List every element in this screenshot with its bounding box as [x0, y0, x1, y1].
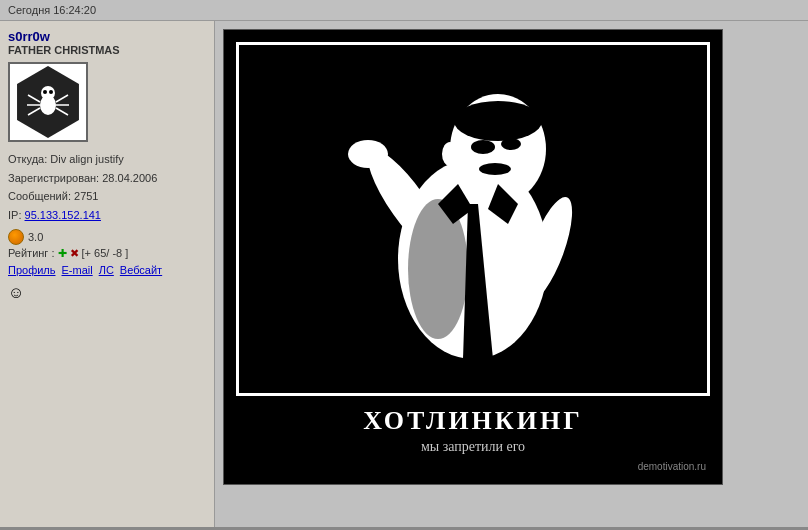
rating-label: Рейтинг : — [8, 247, 55, 259]
avatar-container — [8, 62, 88, 142]
watermark: demotivation.ru — [236, 459, 710, 472]
svg-point-16 — [471, 140, 495, 154]
emoji-row: ☺ — [8, 284, 206, 302]
svg-line-7 — [56, 95, 68, 102]
demotivator-text-block: ХОТЛИНКИНГ мы запретили его — [236, 396, 710, 459]
main-layout: s0rr0w FATHER CHRISTMAS — [0, 21, 808, 527]
rating-icon — [8, 229, 24, 245]
rating-row: 3.0 — [8, 229, 206, 245]
svg-line-6 — [28, 108, 40, 115]
svg-point-15 — [465, 105, 541, 133]
vote-counts: [+ 65/ -8 ] — [82, 247, 129, 259]
avatar-icon — [23, 77, 73, 127]
demotivator-image — [243, 49, 703, 389]
demotivator-title: ХОТЛИНКИНГ — [236, 406, 710, 436]
pm-link[interactable]: ЛС — [99, 264, 114, 276]
svg-point-17 — [501, 138, 521, 150]
demotivator-container: ХОТЛИНКИНГ мы запретили его demotivation… — [223, 29, 723, 485]
datetime: Сегодня 16:24:20 — [8, 4, 96, 16]
website-link[interactable]: Вебсайт — [120, 264, 162, 276]
svg-point-18 — [479, 163, 511, 175]
rating-value: 3.0 — [28, 231, 43, 243]
figure-svg — [243, 49, 703, 389]
plus-vote-icon: ✚ — [58, 247, 67, 260]
minus-vote-icon: ✖ — [70, 247, 79, 260]
top-bar: Сегодня 16:24:20 — [0, 0, 808, 21]
svg-point-14 — [442, 142, 458, 166]
ip-link[interactable]: 95.133.152.141 — [25, 209, 101, 221]
email-link[interactable]: E-mail — [62, 264, 93, 276]
rating-stars-row: Рейтинг : ✚ ✖ [+ 65/ -8 ] — [8, 247, 206, 260]
avatar-hex — [12, 66, 84, 138]
profile-link[interactable]: Профиль — [8, 264, 56, 276]
svg-point-1 — [41, 86, 55, 100]
svg-point-24 — [408, 199, 468, 339]
demotivator-inner — [236, 42, 710, 396]
user-panel: s0rr0w FATHER CHRISTMAS — [0, 21, 215, 527]
content-area: ХОТЛИНКИНГ мы запретили его demotivation… — [215, 21, 808, 527]
svg-line-9 — [56, 108, 68, 115]
svg-point-3 — [49, 90, 53, 94]
user-info: Откуда: Div align justify Зарегистрирова… — [8, 150, 206, 225]
demotivator-subtitle: мы запретили его — [236, 439, 710, 455]
username: s0rr0w — [8, 29, 206, 44]
user-title: FATHER CHRISTMAS — [8, 44, 206, 56]
user-links: Профиль E-mail ЛС Вебсайт — [8, 264, 206, 276]
svg-point-2 — [43, 90, 47, 94]
smiley-icon: ☺ — [8, 284, 24, 301]
svg-line-4 — [28, 95, 40, 102]
svg-point-20 — [348, 140, 388, 168]
